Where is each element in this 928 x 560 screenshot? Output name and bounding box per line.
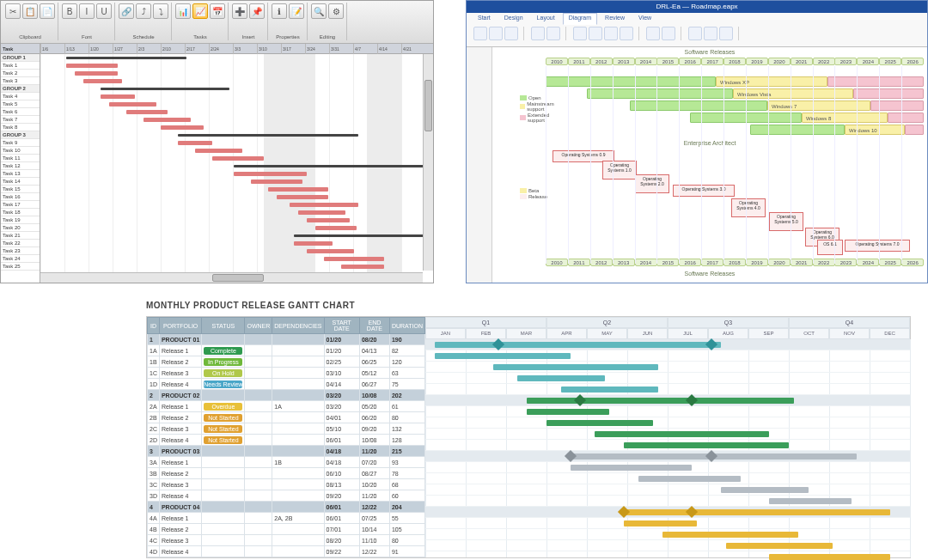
- ribbon-button[interactable]: ⚙: [328, 3, 344, 19]
- ribbon-tab[interactable]: View: [632, 13, 657, 25]
- column-header[interactable]: ID: [148, 318, 160, 334]
- ribbon-icon[interactable]: [546, 27, 560, 40]
- gantt-bar[interactable]: [595, 431, 769, 437]
- gantt-bar[interactable]: [178, 134, 358, 137]
- column-header[interactable]: DURATION: [389, 318, 424, 334]
- release-bar[interactable]: [630, 100, 767, 111]
- gantt-bar[interactable]: [324, 257, 384, 261]
- version-box[interactable]: OS 6.1: [817, 240, 843, 255]
- milestone-diamond[interactable]: [705, 338, 717, 350]
- gantt-bar[interactable]: [721, 487, 809, 493]
- ribbon-button[interactable]: ➕: [232, 3, 247, 19]
- ribbon-tab[interactable]: Diagram: [563, 13, 597, 25]
- gantt-bar[interactable]: [251, 180, 302, 184]
- ribbon-button[interactable]: ⤵: [153, 3, 168, 19]
- gantt-bar[interactable]: [307, 249, 354, 253]
- release-bar[interactable]: [853, 88, 924, 99]
- release-bar[interactable]: [905, 125, 924, 135]
- gantt-bar[interactable]: [315, 226, 357, 230]
- gantt-bar[interactable]: [769, 554, 890, 560]
- ribbon-icon[interactable]: [504, 27, 518, 40]
- ribbon-button[interactable]: ℹ: [272, 3, 287, 19]
- ribbon-button[interactable]: 🔗: [119, 3, 134, 19]
- column-header[interactable]: END DATE: [359, 318, 389, 334]
- ribbon-icon[interactable]: [719, 27, 733, 40]
- ribbon-button[interactable]: B: [62, 3, 77, 19]
- gantt-bar[interactable]: [277, 195, 328, 199]
- task-row[interactable]: Task 19: [1, 216, 40, 224]
- table-row[interactable]: 2PRODUCT 0203/2010/08202: [148, 390, 425, 401]
- table-row[interactable]: 3DRelease 409/2011/2060: [148, 490, 425, 502]
- task-row[interactable]: Task 10: [1, 147, 40, 155]
- task-row[interactable]: GROUP 3: [1, 131, 40, 139]
- ribbon-icon[interactable]: [688, 27, 702, 40]
- gantt-bar[interactable]: [83, 79, 122, 83]
- table-row[interactable]: 2ARelease 1Overdue1A03/2005/2061: [148, 401, 425, 412]
- task-row[interactable]: Task 11: [1, 155, 40, 162]
- version-box[interactable]: Operating Systems 1.0: [602, 161, 637, 180]
- gantt-bar[interactable]: [517, 375, 605, 381]
- gantt-bar[interactable]: [435, 353, 571, 359]
- column-header[interactable]: DEPENDENCIES: [272, 318, 324, 334]
- ribbon-button[interactable]: ⤴: [136, 3, 151, 19]
- release-bar[interactable]: Windows 7: [767, 100, 870, 111]
- ribbon-button[interactable]: 📈: [192, 3, 208, 19]
- gantt-bar[interactable]: [178, 141, 212, 145]
- ribbon-icon[interactable]: [646, 27, 660, 40]
- diagram-canvas[interactable]: Software Releases 2010201120122013201420…: [492, 47, 927, 283]
- release-bar[interactable]: [888, 113, 924, 123]
- milestone-diamond[interactable]: [492, 338, 504, 350]
- task-row[interactable]: Task 24: [1, 255, 40, 263]
- gantt-bar[interactable]: [624, 520, 697, 527]
- ribbon-icon[interactable]: [473, 27, 487, 40]
- task-row[interactable]: Task 22: [1, 240, 40, 247]
- version-box[interactable]: Operating Systems 5.0: [769, 212, 803, 231]
- version-box[interactable]: Operating Systems 2.0: [635, 174, 669, 193]
- ribbon-button[interactable]: 📌: [249, 3, 265, 19]
- version-box[interactable]: Operating Systems 7.0: [845, 240, 910, 252]
- task-row[interactable]: Task 7: [1, 116, 40, 124]
- ribbon-tab[interactable]: Start: [472, 13, 497, 25]
- task-row[interactable]: Task 8: [1, 124, 40, 131]
- release-bar[interactable]: [750, 125, 845, 135]
- gantt-bar[interactable]: [268, 187, 328, 192]
- toolbox-panel[interactable]: [467, 47, 492, 283]
- table-row[interactable]: 1DRelease 4Needs Review04/1406/2775: [148, 379, 425, 390]
- task-row[interactable]: Task 20: [1, 224, 40, 232]
- version-box[interactable]: Operating Systems 4.0: [731, 198, 766, 217]
- column-header[interactable]: PORTFOLIO: [159, 318, 201, 334]
- gantt-bar[interactable]: [290, 203, 358, 207]
- gantt-bar[interactable]: [143, 118, 191, 122]
- task-row[interactable]: Task 13: [1, 170, 40, 178]
- task-row[interactable]: Task 16: [1, 193, 40, 201]
- milestone-diamond[interactable]: [686, 506, 698, 518]
- table-row[interactable]: 1BRelease 2In Progress02/2506/25120: [148, 356, 425, 368]
- task-row[interactable]: Task 21: [1, 232, 40, 240]
- task-row[interactable]: Task 12: [1, 162, 40, 170]
- ribbon-button[interactable]: U: [96, 3, 112, 19]
- table-row[interactable]: 2DRelease 4Not Started06/0110/08128: [148, 435, 425, 446]
- gantt-bar[interactable]: [75, 71, 118, 76]
- table-row[interactable]: 3PRODUCT 0304/1811/20215: [148, 446, 425, 457]
- gantt-bar[interactable]: [307, 218, 350, 222]
- ribbon-button[interactable]: 🔍: [311, 3, 327, 19]
- ribbon-icon[interactable]: [531, 27, 545, 40]
- ribbon-tab[interactable]: Design: [498, 13, 529, 25]
- gantt-bar[interactable]: [298, 210, 345, 215]
- gantt-bar[interactable]: [161, 125, 204, 130]
- gantt-bar[interactable]: [109, 102, 156, 107]
- release-bar[interactable]: Windows 10: [845, 125, 905, 135]
- task-row[interactable]: Task 5: [1, 100, 40, 108]
- release-bar[interactable]: Windows XP: [716, 76, 827, 87]
- table-row[interactable]: 4BRelease 207/0110/14105: [148, 524, 425, 535]
- gantt-bar[interactable]: [341, 265, 384, 269]
- gantt-bar[interactable]: [493, 364, 658, 370]
- ribbon-tab[interactable]: Layout: [531, 13, 561, 25]
- table-row[interactable]: 4CRelease 308/2011/1080: [148, 535, 425, 546]
- table-row[interactable]: 3ARelease 11B04/1807/2093: [148, 457, 425, 468]
- table-row[interactable]: 4PRODUCT 0406/0112/22204: [148, 502, 425, 513]
- table-row[interactable]: 1PRODUCT 0101/2008/20190: [148, 334, 425, 345]
- scroll-thumb[interactable]: [212, 274, 264, 282]
- ribbon-button[interactable]: 📋: [22, 3, 38, 19]
- gantt-bar[interactable]: [624, 509, 890, 515]
